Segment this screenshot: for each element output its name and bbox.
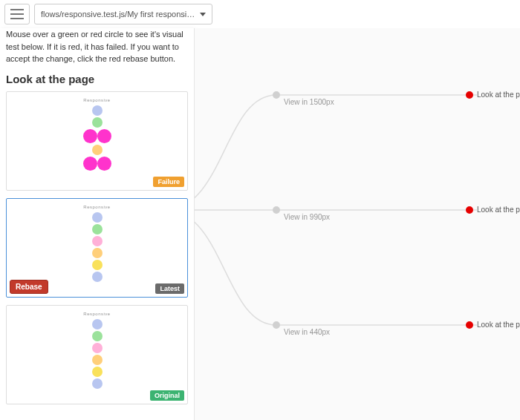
rebase-button[interactable]: Rebase — [10, 280, 48, 294]
menu-button[interactable] — [4, 4, 30, 24]
branch-label: View in 1500px — [284, 98, 334, 106]
dot-icon — [92, 212, 103, 223]
dot-icon — [92, 105, 103, 116]
snapshot-card-original[interactable]: Responsive Original — [6, 305, 188, 404]
snapshot-card-failure[interactable]: Responsive Failure — [6, 91, 188, 191]
svg-rect-2 — [10, 18, 24, 19]
dot-icon — [92, 343, 103, 353]
branch-label: View in 440px — [284, 328, 330, 336]
hamburger-icon — [10, 9, 24, 19]
status-badge: Original — [150, 390, 184, 401]
status-badge: Failure — [153, 177, 184, 187]
dot-pair — [83, 157, 111, 171]
dot-icon — [92, 260, 103, 270]
snapshot-card-latest[interactable]: Responsive Rebase Latest — [6, 198, 188, 298]
svg-rect-0 — [10, 9, 24, 10]
graph-node[interactable] — [273, 321, 280, 329]
instructions-text: Mouse over a green or red circle to see … — [6, 28, 188, 65]
section-title: Look at the page — [6, 73, 188, 85]
branch-label: View in 990px — [284, 213, 330, 221]
leaf-label: Look at the page — [477, 91, 520, 99]
dot-icon — [83, 129, 97, 143]
snapshot-thumb: Responsive — [11, 96, 183, 186]
main: Mouse over a green or red circle to see … — [0, 28, 520, 420]
chevron-down-icon — [200, 13, 206, 16]
graph-leaf-node[interactable] — [466, 91, 473, 99]
graph-leaf-node[interactable] — [466, 321, 473, 329]
dot-icon — [92, 236, 103, 246]
dropdown-label: flows/responsive.test.js/My first respon… — [41, 10, 195, 19]
dot-icon — [92, 331, 103, 341]
svg-rect-1 — [10, 13, 24, 15]
snapshot-thumb: Responsive — [11, 203, 183, 292]
dot-icon — [92, 319, 103, 329]
graph-node[interactable] — [273, 206, 280, 214]
dot-icon — [83, 157, 97, 171]
graph-node[interactable] — [273, 91, 280, 99]
dot-icon — [92, 367, 103, 377]
dot-icon — [97, 129, 111, 143]
topbar: flows/responsive.test.js/My first respon… — [0, 0, 520, 28]
leaf-label: Look at the page — [477, 321, 520, 329]
dot-icon — [92, 355, 103, 365]
status-badge: Latest — [155, 283, 184, 294]
graph-leaf-node[interactable] — [466, 206, 473, 214]
graph-lines — [195, 28, 520, 420]
test-graph: View in 1500px Look at the page View in … — [195, 28, 520, 420]
snapshot-thumb: Responsive — [11, 310, 183, 399]
dot-icon — [92, 224, 103, 234]
dot-icon — [92, 248, 103, 258]
dot-icon — [97, 157, 111, 171]
dot-icon — [92, 272, 103, 282]
leaf-label: Look at the page — [477, 206, 520, 214]
dot-pair — [83, 129, 111, 143]
dot-icon — [92, 378, 103, 389]
dot-icon — [92, 145, 103, 155]
sidebar: Mouse over a green or red circle to see … — [0, 28, 195, 420]
test-selector-dropdown[interactable]: flows/responsive.test.js/My first respon… — [34, 4, 212, 24]
dot-icon — [92, 117, 103, 128]
